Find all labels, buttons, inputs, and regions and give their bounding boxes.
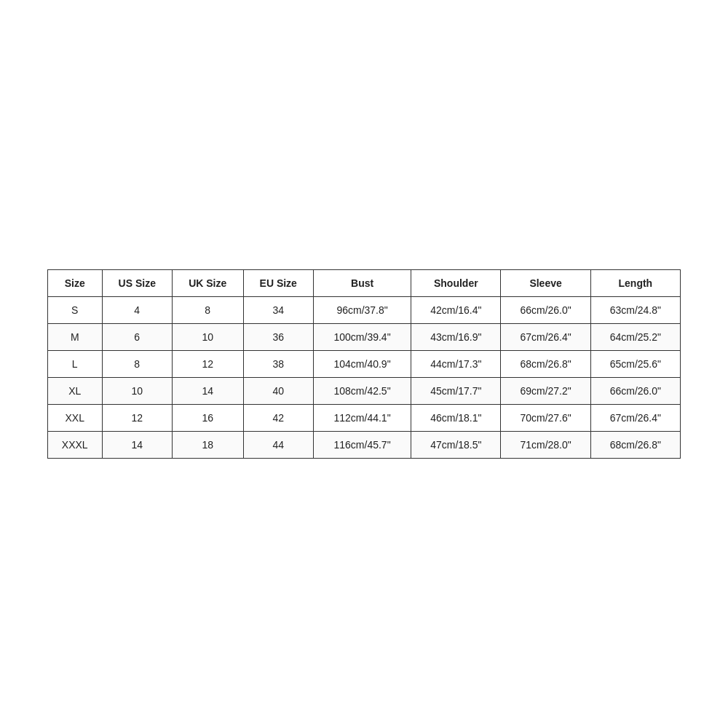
- cell-uk_size: 8: [172, 297, 243, 324]
- header-bust: Bust: [313, 270, 411, 297]
- header-shoulder: Shoulder: [411, 270, 501, 297]
- cell-size: XXL: [48, 405, 103, 432]
- cell-length: 68cm/26.8": [590, 432, 680, 459]
- size-chart-table: Size US Size UK Size EU Size Bust Should…: [47, 269, 681, 459]
- cell-shoulder: 44cm/17.3": [411, 351, 501, 378]
- cell-uk_size: 16: [172, 405, 243, 432]
- cell-sleeve: 71cm/28.0": [501, 432, 590, 459]
- header-uk-size: UK Size: [172, 270, 243, 297]
- cell-eu_size: 42: [243, 405, 313, 432]
- cell-shoulder: 47cm/18.5": [411, 432, 501, 459]
- cell-eu_size: 44: [243, 432, 313, 459]
- table-row: S483496cm/37.8"42cm/16.4"66cm/26.0"63cm/…: [48, 297, 681, 324]
- cell-size: XXXL: [48, 432, 103, 459]
- cell-shoulder: 45cm/17.7": [411, 378, 501, 405]
- cell-length: 66cm/26.0": [590, 378, 680, 405]
- cell-length: 63cm/24.8": [590, 297, 680, 324]
- cell-sleeve: 66cm/26.0": [501, 297, 590, 324]
- header-length: Length: [590, 270, 680, 297]
- header-size: Size: [48, 270, 103, 297]
- cell-bust: 104cm/40.9": [313, 351, 411, 378]
- cell-sleeve: 70cm/27.6": [501, 405, 590, 432]
- cell-shoulder: 46cm/18.1": [411, 405, 501, 432]
- cell-eu_size: 36: [243, 324, 313, 351]
- cell-us_size: 12: [102, 405, 172, 432]
- table-row: XL101440108cm/42.5"45cm/17.7"69cm/27.2"6…: [48, 378, 681, 405]
- cell-size: XL: [48, 378, 103, 405]
- cell-length: 67cm/26.4": [590, 405, 680, 432]
- cell-size: M: [48, 324, 103, 351]
- cell-shoulder: 42cm/16.4": [411, 297, 501, 324]
- header-us-size: US Size: [102, 270, 172, 297]
- cell-length: 65cm/25.6": [590, 351, 680, 378]
- cell-size: L: [48, 351, 103, 378]
- cell-shoulder: 43cm/16.9": [411, 324, 501, 351]
- cell-sleeve: 68cm/26.8": [501, 351, 590, 378]
- cell-uk_size: 12: [172, 351, 243, 378]
- table-row: M61036100cm/39.4"43cm/16.9"67cm/26.4"64c…: [48, 324, 681, 351]
- cell-bust: 108cm/42.5": [313, 378, 411, 405]
- cell-bust: 116cm/45.7": [313, 432, 411, 459]
- cell-eu_size: 38: [243, 351, 313, 378]
- cell-sleeve: 67cm/26.4": [501, 324, 590, 351]
- table-row: L81238104cm/40.9"44cm/17.3"68cm/26.8"65c…: [48, 351, 681, 378]
- cell-sleeve: 69cm/27.2": [501, 378, 590, 405]
- cell-uk_size: 10: [172, 324, 243, 351]
- cell-bust: 100cm/39.4": [313, 324, 411, 351]
- cell-eu_size: 40: [243, 378, 313, 405]
- table-row: XXXL141844116cm/45.7"47cm/18.5"71cm/28.0…: [48, 432, 681, 459]
- table-row: XXL121642112cm/44.1"46cm/18.1"70cm/27.6"…: [48, 405, 681, 432]
- header-eu-size: EU Size: [243, 270, 313, 297]
- cell-us_size: 4: [102, 297, 172, 324]
- cell-us_size: 8: [102, 351, 172, 378]
- cell-us_size: 14: [102, 432, 172, 459]
- cell-uk_size: 14: [172, 378, 243, 405]
- table-header-row: Size US Size UK Size EU Size Bust Should…: [48, 270, 681, 297]
- size-chart-container: Size US Size UK Size EU Size Bust Should…: [47, 269, 681, 459]
- cell-uk_size: 18: [172, 432, 243, 459]
- cell-eu_size: 34: [243, 297, 313, 324]
- cell-us_size: 6: [102, 324, 172, 351]
- cell-size: S: [48, 297, 103, 324]
- cell-bust: 96cm/37.8": [313, 297, 411, 324]
- cell-bust: 112cm/44.1": [313, 405, 411, 432]
- header-sleeve: Sleeve: [501, 270, 590, 297]
- cell-length: 64cm/25.2": [590, 324, 680, 351]
- cell-us_size: 10: [102, 378, 172, 405]
